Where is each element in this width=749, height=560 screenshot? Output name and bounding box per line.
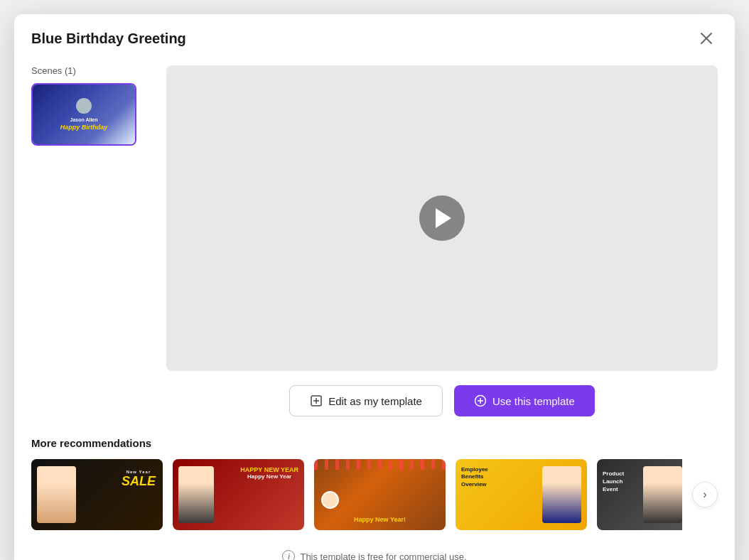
play-button[interactable] bbox=[419, 195, 465, 241]
scenes-panel: Scenes (1) Jason Allen Happy Birthday bbox=[31, 57, 152, 437]
modal-title: Blue Birthday Greeting bbox=[31, 31, 186, 47]
close-button[interactable] bbox=[695, 27, 718, 50]
rec-card-3-title: Happy New Year! bbox=[314, 516, 446, 523]
next-icon: › bbox=[703, 488, 706, 501]
rec-card-1-title: SALE bbox=[122, 474, 156, 489]
recommendations-section: More recommendations New Year SALE bbox=[14, 437, 735, 544]
rec-card-2-inner: HAPPY NEW YEAR Happy New Year bbox=[173, 459, 304, 530]
video-panel: Edit as my template Use this template bbox=[166, 57, 718, 437]
rec-card-4-text: EmployeeBenefitsOverview bbox=[461, 466, 488, 488]
rec-card-2-person bbox=[178, 466, 214, 523]
rec-card-5-title: ProductLaunchEvent bbox=[603, 470, 624, 494]
scene-thumb-name: Jason Allen bbox=[70, 117, 97, 123]
rec-card-4-person bbox=[542, 466, 581, 523]
recommendations-title: More recommendations bbox=[31, 437, 718, 449]
info-icon: i bbox=[282, 550, 295, 560]
rec-card-5[interactable]: ProductLaunchEvent bbox=[597, 459, 682, 530]
rec-card-1[interactable]: New Year SALE bbox=[31, 459, 163, 530]
use-template-label: Use this template bbox=[492, 395, 575, 407]
recommendations-row: New Year SALE HAPPY NEW YEAR Happy New Y… bbox=[31, 459, 718, 530]
close-icon bbox=[700, 32, 713, 45]
use-template-button[interactable]: Use this template bbox=[454, 385, 595, 416]
scene-thumb-avatar bbox=[76, 98, 92, 114]
rec-card-5-inner: ProductLaunchEvent bbox=[597, 459, 682, 530]
next-button[interactable]: › bbox=[692, 482, 718, 507]
rec-card-3-text: Happy New Year! bbox=[314, 516, 446, 523]
rec-card-5-text: ProductLaunchEvent bbox=[603, 470, 624, 494]
rec-card-2[interactable]: HAPPY NEW YEAR Happy New Year bbox=[173, 459, 304, 530]
video-preview bbox=[166, 65, 718, 371]
plus-circle-icon bbox=[474, 394, 487, 407]
action-row: Edit as my template Use this template bbox=[166, 371, 718, 428]
modal: Blue Birthday Greeting Scenes (1) Jason … bbox=[14, 14, 735, 560]
modal-header: Blue Birthday Greeting bbox=[14, 14, 735, 57]
footer-note: i This template is free for commercial u… bbox=[14, 544, 735, 560]
play-icon bbox=[436, 208, 451, 228]
rec-card-4-inner: EmployeeBenefitsOverview bbox=[456, 459, 587, 530]
rec-card-3-avatar bbox=[321, 491, 339, 509]
scene-thumbnail-1[interactable]: Jason Allen Happy Birthday bbox=[31, 83, 136, 146]
rec-card-2-subtitle: Happy New Year bbox=[240, 473, 298, 480]
rec-card-4-title: EmployeeBenefitsOverview bbox=[461, 466, 488, 488]
rec-card-3-inner: Happy New Year! bbox=[314, 459, 446, 530]
rec-card-3[interactable]: Happy New Year! bbox=[314, 459, 446, 530]
rec-cards-container: New Year SALE HAPPY NEW YEAR Happy New Y… bbox=[31, 459, 682, 530]
rec-card-1-inner: New Year SALE bbox=[31, 459, 163, 530]
edit-template-label: Edit as my template bbox=[328, 395, 422, 407]
rec-card-1-text: New Year SALE bbox=[122, 470, 156, 489]
rec-card-3-lights bbox=[314, 459, 446, 470]
rec-card-4[interactable]: EmployeeBenefitsOverview bbox=[456, 459, 587, 530]
scene-thumb-visual: Jason Allen Happy Birthday bbox=[33, 85, 135, 144]
edit-template-button[interactable]: Edit as my template bbox=[289, 385, 443, 416]
scene-thumb-happy: Happy Birthday bbox=[60, 124, 108, 131]
footer-text: This template is free for commercial use… bbox=[300, 551, 466, 561]
rec-card-5-person bbox=[643, 466, 682, 523]
rec-card-2-title: HAPPY NEW YEAR bbox=[240, 466, 298, 473]
rec-card-1-person bbox=[37, 466, 76, 523]
rec-card-2-text: HAPPY NEW YEAR Happy New Year bbox=[240, 466, 298, 480]
modal-body: Scenes (1) Jason Allen Happy Birthday bbox=[14, 57, 735, 437]
scenes-label: Scenes (1) bbox=[31, 65, 152, 76]
edit-icon bbox=[310, 394, 323, 407]
